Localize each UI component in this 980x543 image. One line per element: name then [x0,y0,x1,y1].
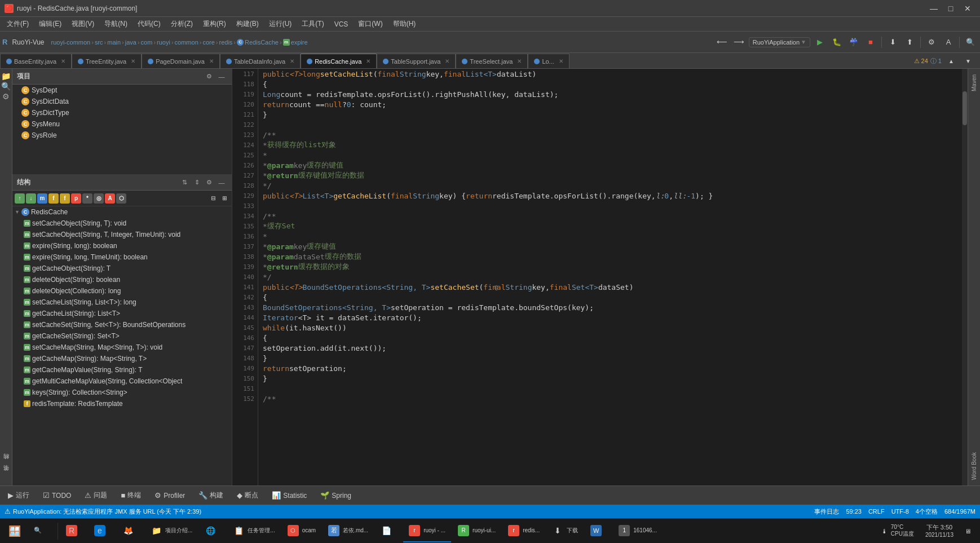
scrollbar-thumb[interactable] [963,91,967,125]
taskbar-word[interactable]: W [585,520,612,542]
menu-code[interactable]: 代码(C) [133,18,165,30]
taskbar-other[interactable]: 1 161046... [613,520,663,542]
taskbar-search[interactable]: 🔍 [28,520,55,542]
scroll-errors-down[interactable]: ▼ [961,54,975,68]
taskbar-ruoyi[interactable]: r ruoyi - ... [403,520,451,542]
struct-member-5[interactable]: m deleteObject(String): boolean [12,274,232,285]
struct-member-13[interactable]: m getCacheMapValue(String, String): T [12,364,232,376]
scroll-errors-up[interactable]: ▲ [944,54,959,68]
taskbar-md[interactable]: 若 若依.md... [323,520,374,542]
menu-analyze[interactable]: 分析(Z) [166,18,197,30]
side-icon-2[interactable]: 🔍 [1,81,11,91]
menu-refactor[interactable]: 重构(R) [198,18,231,30]
taskbar-pdf[interactable]: 📄 [375,520,402,542]
struct-member-15[interactable]: m keys(String): Collection<String> [12,387,232,398]
struct-member-14[interactable]: m getMultiCacheMapValue(String, Collecti… [12,376,232,387]
todo-btn[interactable]: ☑ TODO [39,490,74,501]
menu-build[interactable]: 构建(B) [232,18,263,30]
filter-show-fields[interactable]: f [48,193,59,204]
menu-view[interactable]: 视图(V) [67,18,99,30]
menu-run[interactable]: 运行(U) [264,18,297,30]
show-desktop[interactable]: 🖥 [960,520,975,542]
struct-member-9[interactable]: m setCacheSet(String, Set<T>): BoundSetO… [12,319,232,330]
tree-item-sysmenu[interactable]: C SysMenu [12,118,232,130]
start-button[interactable]: 🪟 [2,520,27,542]
filter-expand[interactable]: ⬡ [116,193,126,204]
filter-expand-all[interactable]: ⊞ [219,193,229,204]
tab-close-treeselect[interactable]: ✕ [517,58,522,64]
menu-tools[interactable]: 工具(T) [297,18,328,30]
navigate-fwd[interactable]: ⟶ [732,35,747,50]
struct-member-7[interactable]: m setCacheList(String, List<T>): long [12,297,232,308]
struct-member-4[interactable]: m getCacheObject(String): T [12,263,232,274]
struct-member-10[interactable]: m getCacheSet(String): Set<T> [12,330,232,342]
project-collapse[interactable]: — [216,71,227,82]
structure-sort[interactable]: ⇅ [179,177,190,188]
taskbar-edge[interactable]: e [89,520,116,542]
clock-area[interactable]: 下午 3:50 2021/11/13 [921,520,958,542]
bc-src[interactable]: src [95,39,103,46]
tree-item-sysrole[interactable]: C SysRole [12,130,232,141]
taskbar-project-intro[interactable]: 📁 项目介绍... [145,520,198,542]
tab-pagedomain[interactable]: PageDomain.java ✕ [142,54,220,68]
word-book-label[interactable]: Word Book [970,449,978,483]
struct-member-6[interactable]: m deleteObject(Collection): long [12,285,232,297]
taskbar-task-manager[interactable]: 📋 任务管理... [227,520,280,542]
tab-close-treeentity[interactable]: ✕ [131,58,135,64]
statistic-btn[interactable]: 📊 Statistic [268,490,310,501]
filter-anonymous[interactable]: ◎ [94,193,104,204]
tab-close-baseentity[interactable]: ✕ [61,58,65,64]
bc-core[interactable]: core [202,39,214,46]
breakpoints-btn[interactable]: ◆ 断点 [233,489,262,501]
taskbar-firefox[interactable]: 🦊 [117,520,144,542]
tab-close-tabledatainfo[interactable]: ✕ [290,58,294,64]
coverage-button[interactable]: ☔ [846,35,861,50]
filter-abstract[interactable]: A [105,193,115,204]
structure-collapse[interactable]: — [216,177,227,188]
profiler-btn[interactable]: ⚙ Profiler [151,490,188,501]
minimize-button[interactable]: — [926,2,942,15]
debug-button[interactable]: 🐛 [829,35,844,50]
cpu-temp-tray[interactable]: 🌡 70°C CPU温度 [877,520,919,542]
bc-java[interactable]: java [125,39,136,46]
tab-close-pagedomain[interactable]: ✕ [209,58,214,64]
tab-baseentity[interactable]: BaseEntity.java ✕ [0,54,72,68]
structure-sort2[interactable]: ⇕ [191,177,202,188]
filter-sort-desc[interactable]: ↓ [26,193,36,204]
maximize-button[interactable]: □ [943,2,959,15]
filter-sort-asc[interactable]: ↑ [15,193,25,204]
bc-class[interactable]: RedisCache [245,39,279,46]
build-btn[interactable]: 🔧 构建 [195,489,227,501]
structure-settings[interactable]: ⚙ [204,177,215,188]
struct-member-16[interactable]: f redisTemplate: RedisTemplate [12,398,232,409]
taskbar-idea[interactable]: R [60,520,87,542]
project-settings[interactable]: ⚙ [204,71,215,82]
settings[interactable]: ⚙ [924,35,939,50]
tab-treeselect[interactable]: TreeSelect.java ✕ [456,54,528,68]
menu-help[interactable]: 帮助(H) [389,18,421,30]
tree-item-sysdictdata[interactable]: C SysDictData [12,96,232,107]
tab-rediscache[interactable]: RedisCache.java ✕ [301,54,377,68]
translate[interactable]: A [941,35,956,50]
menu-vcs[interactable]: VCS [330,19,353,29]
menu-edit[interactable]: 编辑(E) [34,18,66,30]
struct-member-11[interactable]: m setCacheMap(String, Map<String, T>): v… [12,342,232,353]
menu-window[interactable]: 窗口(W) [354,18,387,30]
bc-common[interactable]: ruoyi-common [51,39,91,46]
tab-tablesupport[interactable]: TableSupport.java ✕ [377,54,456,68]
struct-member-1[interactable]: m setCacheObject(String, T, Integer, Tim… [12,229,232,240]
bc-common2[interactable]: common [175,39,198,46]
taskbar-browser[interactable]: 🌐 [199,520,226,542]
run-button[interactable]: ▶ [813,35,827,50]
structure-label[interactable]: 结构 [1,461,11,467]
menu-navigate[interactable]: 导航(N) [100,18,132,30]
filter-private[interactable]: p [71,193,81,204]
editor-scrollbar[interactable] [962,69,968,485]
search[interactable]: 🔍 [963,35,978,50]
bookmark-label[interactable]: 书签 [1,472,11,479]
filter-collapse-all[interactable]: ⊟ [208,193,218,204]
tree-item-sysdicttype[interactable]: C SysDictType [12,107,232,118]
problems-btn[interactable]: ⚠ 问题 [81,489,111,501]
filter-inherited[interactable]: f [60,193,70,204]
terminal-btn[interactable]: ■ 终端 [117,489,144,501]
